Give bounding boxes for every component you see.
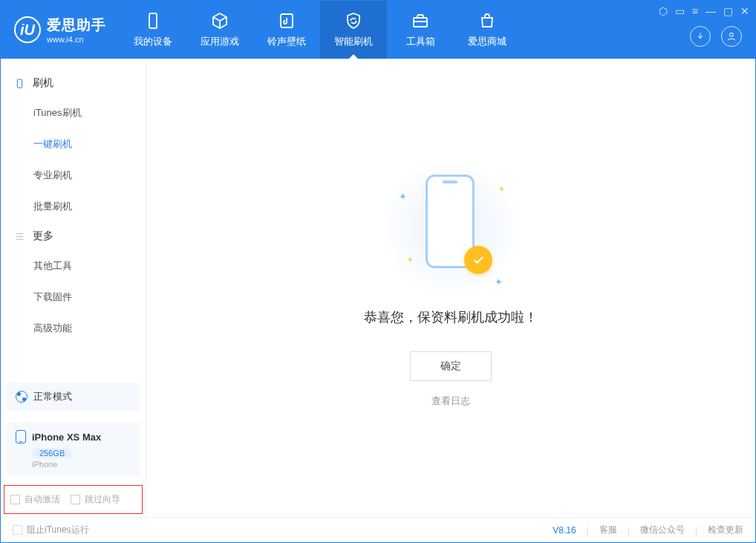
sidebar-section-flash: 刷机: [1, 69, 146, 97]
sidebar-item-itunes-flash[interactable]: iTunes刷机: [1, 97, 146, 129]
app-title: 爱思助手: [47, 16, 106, 35]
svg-rect-4: [17, 79, 22, 87]
sidebar-item-advanced[interactable]: 高级功能: [1, 313, 146, 344]
mode-icon: [16, 391, 27, 403]
device-mode-card[interactable]: 正常模式: [7, 383, 140, 411]
block-itunes-checkbox[interactable]: 阻止iTunes运行: [13, 524, 89, 536]
shirt-icon[interactable]: ⬡: [659, 5, 668, 17]
tab-flash[interactable]: 智能刷机: [320, 1, 387, 59]
toolbox-icon: [411, 11, 430, 30]
device-mode-label: 正常模式: [33, 390, 72, 403]
list-icon: [14, 231, 25, 242]
phone-icon: [14, 78, 25, 89]
sidebar-item-batch-flash[interactable]: 批量刷机: [1, 191, 146, 222]
sidebar: 刷机 iTunes刷机 一键刷机 专业刷机 批量刷机 更多 其他工具 下载固件 …: [1, 59, 146, 517]
sidebar-item-download-fw[interactable]: 下载固件: [1, 282, 146, 313]
svg-rect-2: [414, 18, 427, 27]
note-icon[interactable]: ▭: [675, 5, 685, 17]
tab-store[interactable]: 爱思商城: [454, 1, 521, 59]
phone-small-icon: [16, 430, 26, 443]
sidebar-item-other-tools[interactable]: 其他工具: [1, 250, 146, 282]
sidebar-item-one-click[interactable]: 一键刷机: [1, 129, 146, 160]
view-log-link[interactable]: 查看日志: [431, 394, 470, 408]
sidebar-section-more: 更多: [1, 222, 146, 250]
download-button[interactable]: [690, 26, 711, 47]
menu-icon[interactable]: ≡: [692, 5, 698, 17]
check-icon: [464, 246, 492, 274]
tab-my-device[interactable]: 我的设备: [120, 1, 186, 59]
header: iU 爱思助手 www.i4.cn 我的设备 应用游戏 铃声壁纸 智能刷机 工具…: [1, 1, 755, 59]
footer: 阻止iTunes运行 V8.16 | 客服 | 微信公众号 | 检查更新: [1, 517, 755, 542]
version-label: V8.16: [553, 525, 576, 536]
app-logo: iU 爱思助手 www.i4.cn: [1, 1, 120, 59]
device-type: iPhone: [32, 460, 131, 469]
music-icon: [277, 11, 296, 30]
logo-icon: iU: [14, 16, 41, 43]
storage-badge: 256GB: [32, 448, 72, 458]
maximize-button[interactable]: ▢: [723, 5, 733, 17]
success-message: 恭喜您，保资料刷机成功啦！: [364, 308, 538, 326]
success-illustration: ✦✦ ✦✦: [399, 169, 503, 287]
check-update-link[interactable]: 检查更新: [708, 524, 743, 536]
tab-apps[interactable]: 应用游戏: [186, 1, 253, 59]
refresh-shield-icon: [344, 11, 363, 30]
device-icon: [143, 11, 163, 30]
main-content: ✦✦ ✦✦ 恭喜您，保资料刷机成功啦！ 确定 查看日志: [146, 59, 755, 517]
support-link[interactable]: 客服: [599, 524, 617, 536]
top-tabs: 我的设备 应用游戏 铃声壁纸 智能刷机 工具箱 爱思商城: [120, 1, 521, 59]
window-controls: ⬡ ▭ ≡ — ▢ ✕: [659, 5, 749, 17]
sidebar-item-pro-flash[interactable]: 专业刷机: [1, 160, 146, 191]
device-info-card[interactable]: iPhone XS Max 256GB iPhone: [7, 423, 140, 476]
svg-point-3: [730, 33, 734, 36]
svg-rect-0: [149, 13, 157, 28]
device-name: iPhone XS Max: [32, 432, 101, 443]
user-button[interactable]: [721, 26, 742, 47]
tab-toolbox[interactable]: 工具箱: [387, 1, 454, 59]
bag-icon: [478, 11, 497, 30]
skip-guide-checkbox[interactable]: 跳过向导: [71, 493, 120, 506]
auto-activate-checkbox[interactable]: 自动激活: [10, 493, 60, 506]
wechat-link[interactable]: 微信公众号: [640, 524, 685, 536]
cube-icon: [210, 11, 229, 30]
close-button[interactable]: ✕: [740, 5, 749, 17]
ok-button[interactable]: 确定: [410, 351, 492, 381]
minimize-button[interactable]: —: [706, 5, 716, 17]
tab-ringtone[interactable]: 铃声壁纸: [253, 1, 320, 59]
app-subtitle: www.i4.cn: [47, 35, 106, 44]
options-highlight-box: 自动激活 跳过向导: [4, 485, 143, 514]
